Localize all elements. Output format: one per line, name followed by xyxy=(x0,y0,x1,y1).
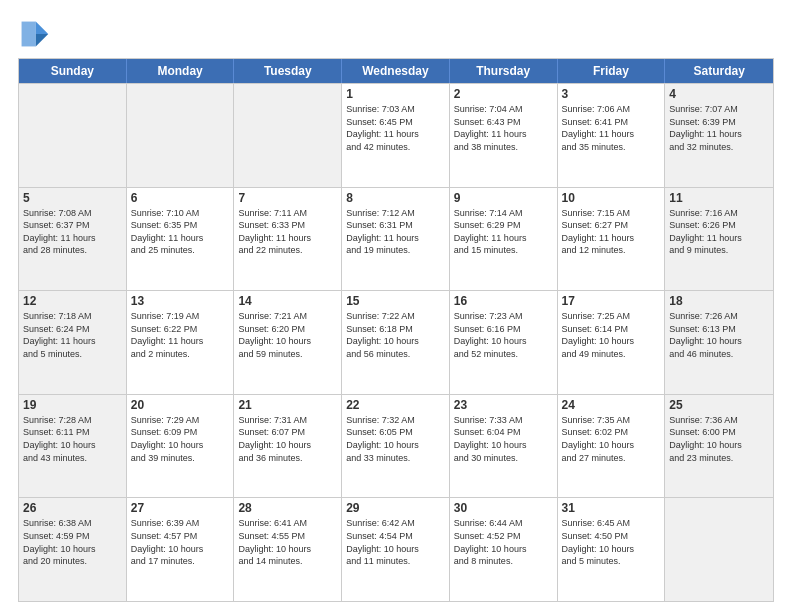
day-number: 31 xyxy=(562,501,661,515)
day-cell-6: 6Sunrise: 7:10 AM Sunset: 6:35 PM Daylig… xyxy=(127,188,235,291)
day-number: 28 xyxy=(238,501,337,515)
day-info: Sunrise: 7:11 AM Sunset: 6:33 PM Dayligh… xyxy=(238,207,337,257)
header-day-friday: Friday xyxy=(558,59,666,83)
day-number: 8 xyxy=(346,191,445,205)
day-number: 23 xyxy=(454,398,553,412)
day-cell-11: 11Sunrise: 7:16 AM Sunset: 6:26 PM Dayli… xyxy=(665,188,773,291)
day-info: Sunrise: 7:23 AM Sunset: 6:16 PM Dayligh… xyxy=(454,310,553,360)
svg-marker-1 xyxy=(36,34,48,46)
day-cell-1: 1Sunrise: 7:03 AM Sunset: 6:45 PM Daylig… xyxy=(342,84,450,187)
week-row-1: 5Sunrise: 7:08 AM Sunset: 6:37 PM Daylig… xyxy=(19,187,773,291)
day-number: 13 xyxy=(131,294,230,308)
header-day-thursday: Thursday xyxy=(450,59,558,83)
day-number: 30 xyxy=(454,501,553,515)
day-number: 6 xyxy=(131,191,230,205)
day-info: Sunrise: 7:21 AM Sunset: 6:20 PM Dayligh… xyxy=(238,310,337,360)
day-number: 27 xyxy=(131,501,230,515)
empty-cell xyxy=(127,84,235,187)
day-number: 14 xyxy=(238,294,337,308)
day-cell-4: 4Sunrise: 7:07 AM Sunset: 6:39 PM Daylig… xyxy=(665,84,773,187)
svg-marker-0 xyxy=(36,22,48,34)
day-number: 2 xyxy=(454,87,553,101)
day-number: 25 xyxy=(669,398,769,412)
day-info: Sunrise: 7:08 AM Sunset: 6:37 PM Dayligh… xyxy=(23,207,122,257)
day-cell-24: 24Sunrise: 7:35 AM Sunset: 6:02 PM Dayli… xyxy=(558,395,666,498)
day-info: Sunrise: 7:22 AM Sunset: 6:18 PM Dayligh… xyxy=(346,310,445,360)
day-number: 10 xyxy=(562,191,661,205)
day-info: Sunrise: 6:41 AM Sunset: 4:55 PM Dayligh… xyxy=(238,517,337,567)
empty-cell xyxy=(665,498,773,601)
day-cell-8: 8Sunrise: 7:12 AM Sunset: 6:31 PM Daylig… xyxy=(342,188,450,291)
day-info: Sunrise: 7:18 AM Sunset: 6:24 PM Dayligh… xyxy=(23,310,122,360)
logo-icon xyxy=(18,18,50,50)
header-day-sunday: Sunday xyxy=(19,59,127,83)
day-number: 29 xyxy=(346,501,445,515)
day-cell-12: 12Sunrise: 7:18 AM Sunset: 6:24 PM Dayli… xyxy=(19,291,127,394)
day-cell-20: 20Sunrise: 7:29 AM Sunset: 6:09 PM Dayli… xyxy=(127,395,235,498)
day-info: Sunrise: 7:36 AM Sunset: 6:00 PM Dayligh… xyxy=(669,414,769,464)
day-info: Sunrise: 7:35 AM Sunset: 6:02 PM Dayligh… xyxy=(562,414,661,464)
day-info: Sunrise: 7:07 AM Sunset: 6:39 PM Dayligh… xyxy=(669,103,769,153)
day-cell-16: 16Sunrise: 7:23 AM Sunset: 6:16 PM Dayli… xyxy=(450,291,558,394)
day-info: Sunrise: 7:14 AM Sunset: 6:29 PM Dayligh… xyxy=(454,207,553,257)
day-info: Sunrise: 7:04 AM Sunset: 6:43 PM Dayligh… xyxy=(454,103,553,153)
week-row-2: 12Sunrise: 7:18 AM Sunset: 6:24 PM Dayli… xyxy=(19,290,773,394)
day-cell-18: 18Sunrise: 7:26 AM Sunset: 6:13 PM Dayli… xyxy=(665,291,773,394)
day-number: 3 xyxy=(562,87,661,101)
day-info: Sunrise: 7:26 AM Sunset: 6:13 PM Dayligh… xyxy=(669,310,769,360)
day-info: Sunrise: 6:44 AM Sunset: 4:52 PM Dayligh… xyxy=(454,517,553,567)
header-day-wednesday: Wednesday xyxy=(342,59,450,83)
day-number: 24 xyxy=(562,398,661,412)
header-day-monday: Monday xyxy=(127,59,235,83)
day-cell-22: 22Sunrise: 7:32 AM Sunset: 6:05 PM Dayli… xyxy=(342,395,450,498)
week-row-0: 1Sunrise: 7:03 AM Sunset: 6:45 PM Daylig… xyxy=(19,83,773,187)
day-info: Sunrise: 7:32 AM Sunset: 6:05 PM Dayligh… xyxy=(346,414,445,464)
day-cell-2: 2Sunrise: 7:04 AM Sunset: 6:43 PM Daylig… xyxy=(450,84,558,187)
day-info: Sunrise: 7:06 AM Sunset: 6:41 PM Dayligh… xyxy=(562,103,661,153)
day-number: 22 xyxy=(346,398,445,412)
day-info: Sunrise: 6:45 AM Sunset: 4:50 PM Dayligh… xyxy=(562,517,661,567)
day-cell-7: 7Sunrise: 7:11 AM Sunset: 6:33 PM Daylig… xyxy=(234,188,342,291)
day-info: Sunrise: 7:29 AM Sunset: 6:09 PM Dayligh… xyxy=(131,414,230,464)
day-cell-31: 31Sunrise: 6:45 AM Sunset: 4:50 PM Dayli… xyxy=(558,498,666,601)
day-number: 9 xyxy=(454,191,553,205)
day-info: Sunrise: 7:03 AM Sunset: 6:45 PM Dayligh… xyxy=(346,103,445,153)
day-info: Sunrise: 7:15 AM Sunset: 6:27 PM Dayligh… xyxy=(562,207,661,257)
day-info: Sunrise: 7:19 AM Sunset: 6:22 PM Dayligh… xyxy=(131,310,230,360)
day-cell-13: 13Sunrise: 7:19 AM Sunset: 6:22 PM Dayli… xyxy=(127,291,235,394)
day-info: Sunrise: 7:12 AM Sunset: 6:31 PM Dayligh… xyxy=(346,207,445,257)
day-cell-26: 26Sunrise: 6:38 AM Sunset: 4:59 PM Dayli… xyxy=(19,498,127,601)
day-number: 15 xyxy=(346,294,445,308)
page: SundayMondayTuesdayWednesdayThursdayFrid… xyxy=(0,0,792,612)
day-number: 20 xyxy=(131,398,230,412)
day-cell-21: 21Sunrise: 7:31 AM Sunset: 6:07 PM Dayli… xyxy=(234,395,342,498)
day-info: Sunrise: 7:25 AM Sunset: 6:14 PM Dayligh… xyxy=(562,310,661,360)
calendar-header: SundayMondayTuesdayWednesdayThursdayFrid… xyxy=(19,59,773,83)
day-cell-25: 25Sunrise: 7:36 AM Sunset: 6:00 PM Dayli… xyxy=(665,395,773,498)
day-cell-14: 14Sunrise: 7:21 AM Sunset: 6:20 PM Dayli… xyxy=(234,291,342,394)
day-cell-28: 28Sunrise: 6:41 AM Sunset: 4:55 PM Dayli… xyxy=(234,498,342,601)
header xyxy=(18,18,774,50)
day-number: 12 xyxy=(23,294,122,308)
day-info: Sunrise: 6:38 AM Sunset: 4:59 PM Dayligh… xyxy=(23,517,122,567)
calendar: SundayMondayTuesdayWednesdayThursdayFrid… xyxy=(18,58,774,602)
logo xyxy=(18,18,54,50)
day-info: Sunrise: 6:39 AM Sunset: 4:57 PM Dayligh… xyxy=(131,517,230,567)
day-number: 26 xyxy=(23,501,122,515)
day-number: 17 xyxy=(562,294,661,308)
day-cell-9: 9Sunrise: 7:14 AM Sunset: 6:29 PM Daylig… xyxy=(450,188,558,291)
day-cell-15: 15Sunrise: 7:22 AM Sunset: 6:18 PM Dayli… xyxy=(342,291,450,394)
day-info: Sunrise: 7:16 AM Sunset: 6:26 PM Dayligh… xyxy=(669,207,769,257)
day-cell-17: 17Sunrise: 7:25 AM Sunset: 6:14 PM Dayli… xyxy=(558,291,666,394)
day-cell-30: 30Sunrise: 6:44 AM Sunset: 4:52 PM Dayli… xyxy=(450,498,558,601)
svg-marker-2 xyxy=(22,22,36,47)
day-info: Sunrise: 7:33 AM Sunset: 6:04 PM Dayligh… xyxy=(454,414,553,464)
day-number: 7 xyxy=(238,191,337,205)
day-info: Sunrise: 7:10 AM Sunset: 6:35 PM Dayligh… xyxy=(131,207,230,257)
header-day-saturday: Saturday xyxy=(665,59,773,83)
day-cell-27: 27Sunrise: 6:39 AM Sunset: 4:57 PM Dayli… xyxy=(127,498,235,601)
day-info: Sunrise: 6:42 AM Sunset: 4:54 PM Dayligh… xyxy=(346,517,445,567)
week-row-3: 19Sunrise: 7:28 AM Sunset: 6:11 PM Dayli… xyxy=(19,394,773,498)
day-cell-5: 5Sunrise: 7:08 AM Sunset: 6:37 PM Daylig… xyxy=(19,188,127,291)
empty-cell xyxy=(234,84,342,187)
